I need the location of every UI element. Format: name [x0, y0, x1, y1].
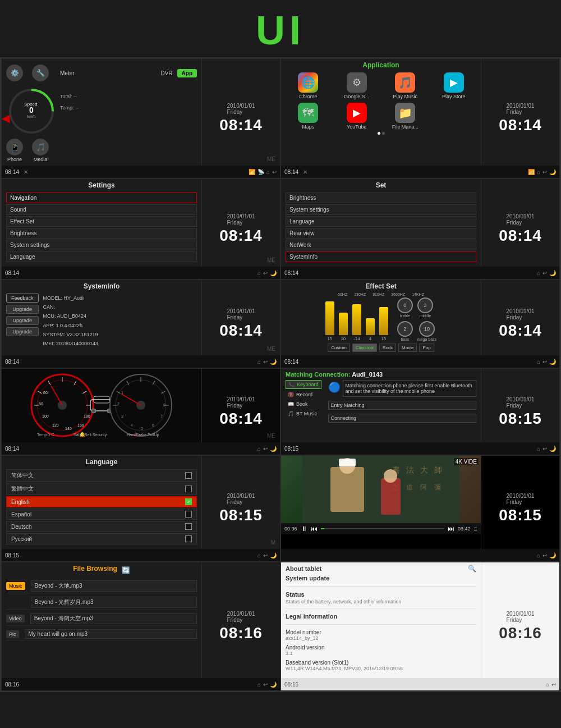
lang-item-zh-cn[interactable]: 简体中文: [6, 469, 197, 482]
speedo-moon-btn[interactable]: 🌙: [270, 446, 277, 452]
bt-book[interactable]: 📖 Book: [286, 400, 321, 408]
upgrade-btn-2[interactable]: Upgrade: [6, 316, 39, 325]
app-playmusic[interactable]: 🎵 Play Music: [383, 72, 428, 99]
set-item-sysinfo[interactable]: SystemInfo: [286, 251, 476, 262]
home-icon-settings[interactable]: ⚙️: [6, 65, 23, 81]
set-moon-btn[interactable]: 🌙: [549, 270, 556, 276]
eq-knob-middle[interactable]: 3: [417, 297, 433, 313]
app-youtube[interactable]: ▶ YouTube: [334, 103, 380, 130]
speedo-back-btn[interactable]: ↩: [263, 446, 268, 452]
video-progress-bar[interactable]: [321, 528, 445, 529]
app-home-btn[interactable]: ⌂: [537, 169, 540, 175]
about-back-btn[interactable]: ↩: [551, 681, 556, 688]
preset-classical[interactable]: Classical: [352, 344, 377, 352]
home-btn[interactable]: ⌂: [266, 169, 270, 175]
settings-item-language[interactable]: Language: [6, 251, 197, 262]
bt-music[interactable]: 🎵 BT Music: [286, 410, 321, 418]
eq-knob-bass[interactable]: 2: [397, 321, 413, 337]
next-btn[interactable]: ⏭: [448, 525, 454, 533]
about-section-status[interactable]: Status Status of the battery, network, a…: [286, 591, 476, 608]
upgrade-btn-3[interactable]: Upgrade: [6, 327, 39, 336]
refresh-icon[interactable]: 🔄: [122, 566, 130, 574]
file-row-3[interactable]: Pic My heart will go on.mp3: [6, 628, 197, 640]
sysinfo-back-btn[interactable]: ↩: [263, 359, 268, 365]
home-icon-gear2[interactable]: 🔧: [32, 65, 49, 81]
bt-back-btn[interactable]: ↩: [542, 446, 547, 452]
lang-item-english[interactable]: English ✓: [6, 496, 197, 507]
app-maps[interactable]: 🗺 Maps: [286, 103, 331, 130]
app-back-btn[interactable]: ↩: [542, 169, 547, 175]
file-back-btn[interactable]: ↩: [263, 681, 268, 688]
settings-item-navigation[interactable]: Navigation: [6, 193, 197, 203]
app-moon-btn[interactable]: 🌙: [549, 169, 556, 175]
app-files[interactable]: 📁 File Mana...: [383, 103, 428, 130]
video-moon-btn[interactable]: 🌙: [549, 552, 556, 558]
playlist-icon[interactable]: ≡: [474, 525, 477, 532]
bt-home-btn[interactable]: ⌂: [537, 446, 540, 452]
lang-item-russian[interactable]: Русский: [6, 533, 197, 544]
about-section-legal[interactable]: Legal information: [286, 613, 476, 625]
file-moon-btn[interactable]: 🌙: [270, 681, 277, 688]
lang-item-deutsch[interactable]: Deutsch: [6, 521, 197, 532]
media-item[interactable]: 🎵 Media: [32, 139, 49, 162]
app-chrome[interactable]: 🌐 Chrome: [286, 72, 331, 99]
file-row-1[interactable]: Music Beyond - 光辉岁月.mp3: [6, 596, 197, 610]
video-back-btn[interactable]: ↩: [542, 552, 547, 558]
file-home-btn[interactable]: ⌂: [257, 681, 261, 688]
eq-knob-treble[interactable]: 0: [397, 297, 413, 313]
about-home-btn[interactable]: ⌂: [546, 681, 549, 688]
eq-back-btn[interactable]: ↩: [542, 359, 547, 365]
lang-item-zh-tw[interactable]: 繁體中文: [6, 483, 197, 495]
play-pause-btn[interactable]: ⏸: [301, 525, 307, 533]
phone-item[interactable]: 📱 Phone: [6, 139, 23, 162]
lang-moon-btn[interactable]: 🌙: [270, 552, 277, 558]
settings-back-btn[interactable]: ↩: [263, 270, 268, 276]
settings-moon-btn[interactable]: 🌙: [270, 270, 277, 276]
app-button[interactable]: App: [177, 69, 197, 77]
preset-custom[interactable]: Custom: [328, 344, 350, 352]
settings-item-effect[interactable]: Effect Set: [6, 216, 197, 227]
sysinfo-moon-btn[interactable]: 🌙: [270, 359, 277, 365]
app-playstore[interactable]: ▶ Play Store: [431, 72, 477, 99]
settings-home-btn[interactable]: ⌂: [257, 270, 261, 276]
feedback-btn[interactable]: Feedback: [6, 294, 39, 303]
video-home-btn[interactable]: ⌂: [537, 552, 540, 558]
set-item-system[interactable]: System settings: [286, 204, 476, 215]
upgrade-btn-1[interactable]: Upgrade: [6, 305, 39, 314]
app-googles[interactable]: ⚙ Google S...: [334, 72, 380, 99]
svg-text:120: 120: [52, 423, 59, 427]
settings-item-brightness[interactable]: Brightness: [6, 228, 197, 239]
set-item-brightness[interactable]: Brightness: [286, 193, 476, 203]
lang-item-spanish[interactable]: Español: [6, 509, 197, 520]
lang-home-btn[interactable]: ⌂: [257, 552, 261, 558]
bt-moon-btn[interactable]: 🌙: [549, 446, 556, 452]
set-home-btn[interactable]: ⌂: [537, 270, 540, 276]
bt-keyboard[interactable]: 📞 Keyboard: [286, 380, 321, 389]
set-back-btn[interactable]: ↩: [542, 270, 547, 276]
set-item-network[interactable]: NetWork: [286, 240, 476, 250]
search-icon[interactable]: 🔍: [468, 565, 476, 573]
panel-home-inner: ⚙️ 🔧 Meter DVR App: [2, 59, 280, 178]
sysinfo-home-btn[interactable]: ⌂: [257, 359, 261, 365]
eq-home-btn[interactable]: ⌂: [537, 359, 540, 365]
bt-record[interactable]: 📵 Record: [286, 391, 321, 399]
eq-knob-megabass[interactable]: 10: [419, 321, 435, 337]
back-btn[interactable]: ↩: [272, 169, 277, 175]
preset-movie[interactable]: Movie: [398, 344, 417, 352]
preset-pop[interactable]: Pop: [419, 344, 434, 352]
video-progress-fill: [321, 528, 325, 529]
eq-moon-btn[interactable]: 🌙: [549, 359, 556, 365]
file-row-0[interactable]: Music Beyond - 大地.mp3: [6, 579, 197, 593]
settings-item-sound[interactable]: Sound: [6, 204, 197, 215]
prev-btn[interactable]: ⏮: [311, 525, 318, 533]
set-list: Brightness System settings Language Rear…: [286, 193, 476, 262]
preset-rock[interactable]: Rock: [379, 344, 396, 352]
settings-item-system[interactable]: System settings: [6, 240, 197, 250]
file-row-2[interactable]: Video Beyond - 海阔天空.mp3: [6, 612, 197, 626]
bt-entry-matching[interactable]: Entry Matching: [328, 401, 476, 410]
lang-back-btn[interactable]: ↩: [263, 552, 268, 558]
about-section-update[interactable]: System update: [286, 575, 476, 587]
speedo-home-btn[interactable]: ⌂: [257, 446, 261, 452]
set-item-language[interactable]: Language: [286, 216, 476, 227]
set-item-rearview[interactable]: Rear view: [286, 228, 476, 239]
